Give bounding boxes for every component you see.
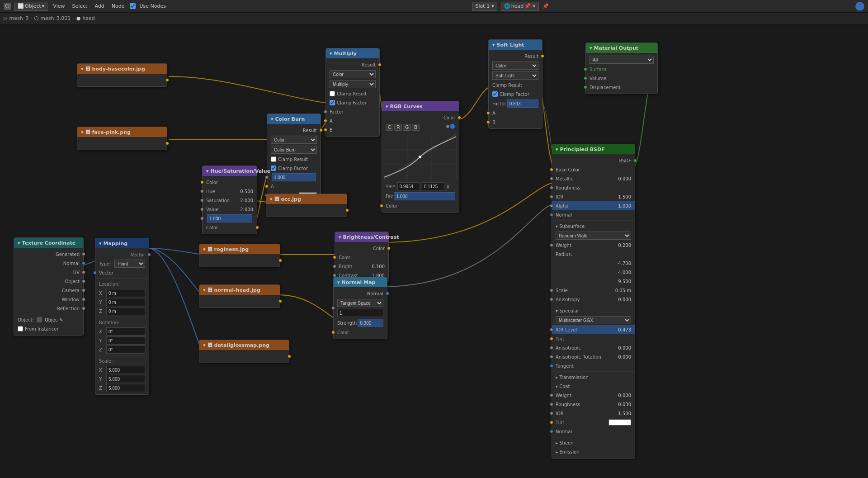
multiply-blend-select[interactable]: Multiply: [330, 80, 376, 88]
node-header-hsv[interactable]: ▾ Hue/Saturation/Value: [203, 166, 257, 176]
socket-pbsdf-alpha[interactable]: [550, 204, 553, 208]
map-scale-x[interactable]: [106, 366, 145, 374]
socket-nh-out[interactable]: [278, 299, 282, 303]
socket-rog-out[interactable]: [278, 259, 282, 262]
coat-tint-swatch[interactable]: [609, 419, 631, 426]
map-loc-x[interactable]: [106, 289, 145, 297]
sl-factor-field[interactable]: [507, 99, 538, 108]
breadcrumb-mesh3001[interactable]: mesh_3.001: [40, 15, 71, 21]
curve-c-btn[interactable]: C: [386, 124, 393, 131]
map-rot-y[interactable]: [106, 336, 145, 345]
socket-tc-camera[interactable]: [82, 289, 85, 292]
clamp-result-checkbox[interactable]: [330, 91, 335, 96]
node-header-face-pink[interactable]: ▾ 🖼 face-pink.png: [77, 127, 167, 137]
socket-pbsdf-basecolor[interactable]: [550, 168, 553, 171]
curve-x-field[interactable]: [397, 182, 420, 190]
node-header-normalmap[interactable]: ▾ Normal Map: [334, 277, 387, 287]
map-rot-z[interactable]: [106, 345, 145, 354]
socket-tc-generated[interactable]: [82, 252, 85, 256]
socket-mo-surface[interactable]: [584, 67, 587, 71]
map-type-select[interactable]: Point: [114, 260, 145, 268]
socket-a-in[interactable]: [324, 119, 327, 123]
socket-result-cb-out[interactable]: [319, 128, 323, 132]
curve-b-btn[interactable]: B: [412, 124, 420, 131]
socket-rgb-color-in[interactable]: [380, 204, 383, 208]
node-header-roginess[interactable]: ▾ 🖼 roginess.jpg: [199, 244, 280, 254]
map-rot-x[interactable]: [106, 327, 145, 336]
socket-pbsdf-out[interactable]: [633, 159, 637, 162]
socket-pbsdf-tangent[interactable]: [550, 364, 553, 368]
tc-from-instancer[interactable]: [18, 326, 23, 331]
colorburn-color-select[interactable]: Color: [271, 136, 317, 144]
socket-pbsdf-coat-rough[interactable]: [550, 402, 553, 406]
socket-hsv-sat[interactable]: [200, 199, 204, 202]
node-header-softlight[interactable]: ▾ Soft Light: [489, 40, 542, 50]
nm-uv-field[interactable]: [337, 309, 383, 317]
socket-factor-in[interactable]: [324, 110, 327, 114]
socket-tc-window[interactable]: [82, 298, 85, 301]
node-header-mapping[interactable]: ▾ Mapping: [95, 238, 149, 248]
socket-hsv-val[interactable]: [200, 208, 204, 211]
map-scale-y[interactable]: [106, 375, 145, 383]
socket-pbsdf-roughness[interactable]: [550, 186, 553, 189]
tc-edit-icon[interactable]: ✎: [60, 317, 63, 322]
socket-pbsdf-metallic[interactable]: [550, 177, 553, 180]
select-menu[interactable]: Select: [70, 3, 89, 9]
socket-hsv-fac[interactable]: [200, 217, 204, 220]
socket-sl-b-in[interactable]: [486, 120, 490, 124]
node-header-texcoord[interactable]: ▾ Texture Coordinate: [14, 238, 83, 248]
pin-icon[interactable]: 📌: [542, 3, 549, 9]
socket-occ-out[interactable]: [345, 208, 349, 212]
colorburn-blend-select[interactable]: Color Burn: [271, 146, 317, 154]
node-header-normalhead[interactable]: ▾ 🖼 normal-head.jpg: [199, 285, 280, 295]
socket-tc-object[interactable]: [82, 279, 85, 283]
cb-clamp-factor[interactable]: [271, 166, 276, 171]
blender-icon[interactable]: ⬡: [4, 3, 11, 10]
pbsdf-subsurface-select[interactable]: Random Walk: [556, 232, 631, 240]
socket-result-out[interactable]: [378, 63, 382, 66]
socket-pbsdf-coat-tint[interactable]: [550, 421, 553, 424]
socket-pbsdf-normal[interactable]: [550, 213, 553, 217]
socket-pbsdf-ior[interactable]: [550, 195, 553, 199]
breadcrumb-head[interactable]: head: [82, 15, 94, 21]
multiply-color-select[interactable]: Color: [330, 70, 376, 78]
socket-cb-a-in[interactable]: [265, 185, 269, 188]
map-loc-z[interactable]: [106, 307, 145, 315]
socket-tc-uv[interactable]: [82, 270, 85, 274]
socket-nm-strength[interactable]: [331, 306, 335, 310]
slot-selector[interactable]: Slot 1 ▾: [472, 2, 497, 11]
node-menu[interactable]: Node: [110, 3, 127, 9]
socket-map-vector-out[interactable]: [147, 253, 151, 256]
node-header-multiply[interactable]: ▾ Multiply: [326, 48, 379, 58]
node-header-pbsdf[interactable]: ▾ Principled BSDF: [552, 144, 635, 154]
cb-factor-field[interactable]: [272, 173, 316, 181]
node-header-occ[interactable]: ▾ 🖼 occ.jpg: [266, 194, 347, 204]
socket-tc-reflection[interactable]: [82, 307, 85, 310]
curve-r-btn[interactable]: R: [394, 124, 402, 131]
socket-mo-volume[interactable]: [584, 76, 587, 80]
socket-color-out2[interactable]: [165, 142, 169, 145]
rgb-fac-field[interactable]: [394, 192, 455, 200]
socket-pbsdf-aniso[interactable]: [550, 298, 553, 301]
node-header-matout[interactable]: ▾ Material Output: [586, 43, 657, 53]
breadcrumb-mesh3[interactable]: mesh_3: [9, 15, 28, 21]
node-header-colorburn[interactable]: ▾ Color Burn: [267, 114, 321, 124]
node-header-bc[interactable]: ▾ Brightness/Contrast: [335, 232, 388, 242]
map-scale-z[interactable]: [106, 384, 145, 392]
pbsdf-specular-select[interactable]: Multiscatter GGX: [556, 316, 631, 324]
socket-rgb-color-out[interactable]: [458, 116, 461, 119]
add-menu[interactable]: Add: [93, 3, 106, 9]
sl-blend-select[interactable]: Soft Light: [492, 71, 538, 80]
socket-map-vector-in[interactable]: [93, 271, 97, 274]
socket-hsv-color-out[interactable]: [255, 226, 259, 229]
socket-sl-a-in[interactable]: [486, 111, 490, 115]
socket-hsv-hue[interactable]: [200, 189, 204, 193]
socket-tc-normal[interactable]: [82, 261, 85, 265]
matout-target-select[interactable]: All: [590, 56, 654, 64]
socket-bc-bright[interactable]: [333, 265, 336, 268]
map-loc-y[interactable]: [106, 298, 145, 306]
node-header-rgb-curves[interactable]: ▾ RGB Curves: [382, 101, 459, 111]
socket-hsv-color-in[interactable]: [200, 180, 204, 184]
socket-pbsdf-anisotropic[interactable]: [550, 346, 553, 350]
node-header-body-basecolor[interactable]: ▾ 🖼 body-basecolor.jpg: [77, 64, 167, 74]
